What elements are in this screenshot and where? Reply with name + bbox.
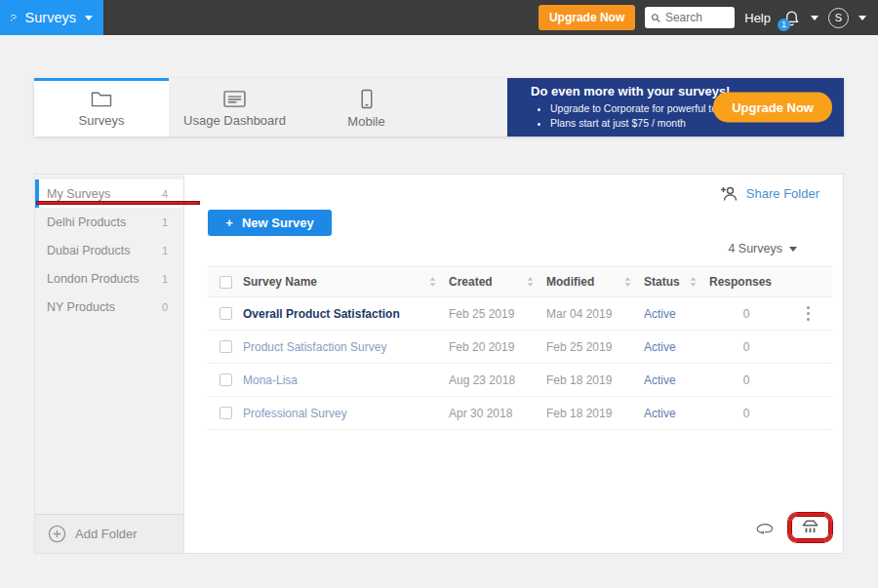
tabs-and-promo-row: Surveys Usage Dashboard Mobile Do even m… <box>34 78 844 137</box>
folder-label: London Products <box>47 272 140 286</box>
upgrade-now-button[interactable]: Upgrade Now <box>539 5 635 30</box>
sidebar-item-dubai-products[interactable]: Dubai Products 1 <box>35 236 183 264</box>
chevron-down-icon <box>85 16 93 20</box>
select-all-checkbox[interactable] <box>220 276 232 289</box>
survey-name-link[interactable]: Product Satisfaction Survey <box>243 340 449 354</box>
column-header-responses[interactable]: Responses <box>709 275 783 289</box>
share-folder-label: Share Folder <box>746 186 819 201</box>
sort-icon[interactable] <box>428 276 437 288</box>
column-header-survey-name[interactable]: Survey Name <box>243 275 449 289</box>
add-person-icon <box>720 185 738 201</box>
search-box[interactable] <box>645 7 735 28</box>
survey-name-link[interactable]: Mona-Lisa <box>243 373 449 387</box>
sort-icon[interactable] <box>526 276 535 288</box>
table-row: Mona-Lisa Aug 23 2018 Feb 18 2019 Active… <box>208 364 832 397</box>
share-folder-link[interactable]: Share Folder <box>720 185 819 201</box>
promo-text: Do even more with your surveys! Upgrade … <box>531 84 730 131</box>
row-actions-kebab-icon[interactable] <box>804 302 813 326</box>
notification-badge: 1 <box>778 19 790 31</box>
new-survey-button[interactable]: + New Survey <box>208 210 332 236</box>
table-header-row: Survey Name Created Modified Status <box>208 266 832 297</box>
table-row: Professional Survey Apr 30 2018 Feb 18 2… <box>208 397 832 430</box>
product-switcher[interactable]: Surveys <box>0 0 103 35</box>
status-cell[interactable]: Active <box>644 373 709 387</box>
chevron-down-icon <box>789 247 797 252</box>
created-cell: Aug 23 2018 <box>449 373 546 387</box>
sort-icon[interactable] <box>689 276 698 288</box>
created-cell: Feb 25 2019 <box>449 307 546 321</box>
promo-upgrade-button[interactable]: Upgrade Now <box>713 93 832 123</box>
notifications-chevron-down-icon[interactable] <box>811 16 818 20</box>
folder-count: 0 <box>162 301 168 313</box>
trash-icon[interactable] <box>800 519 820 536</box>
survey-name-link[interactable]: Professional Survey <box>243 407 449 420</box>
responses-cell: 0 <box>709 373 783 387</box>
table-row: Product Satisfaction Survey Feb 20 2019 … <box>208 331 832 364</box>
column-header-status[interactable]: Status <box>644 275 709 289</box>
folder-count: 4 <box>162 188 168 200</box>
mobile-icon <box>360 89 374 109</box>
responses-cell: 0 <box>709 340 783 354</box>
status-cell[interactable]: Active <box>644 307 709 321</box>
tab-usage-dashboard[interactable]: Usage Dashboard <box>169 78 300 137</box>
promo-bullet: Plans start at just $75 / month <box>550 116 730 131</box>
row-checkbox[interactable] <box>220 307 232 320</box>
tab-bar: Surveys Usage Dashboard Mobile <box>34 78 507 137</box>
sidebar-item-ny-products[interactable]: NY Products 0 <box>35 293 183 321</box>
tab-label: Surveys <box>79 113 125 128</box>
surveys-table: Survey Name Created Modified Status <box>208 266 832 430</box>
modified-cell: Feb 18 2019 <box>546 407 644 420</box>
avatar-initial: S <box>835 12 842 23</box>
folder-label: My Surveys <box>47 187 110 201</box>
trash-highlight-annotation <box>788 513 832 542</box>
plus-icon: + <box>225 216 233 230</box>
tab-label: Usage Dashboard <box>183 113 286 128</box>
account-chevron-down-icon[interactable] <box>858 16 866 20</box>
bulk-action-icons <box>755 513 832 542</box>
notifications-button[interactable]: 1 <box>782 9 801 27</box>
help-link[interactable]: Help <box>744 11 771 25</box>
folder-count: 1 <box>162 216 168 228</box>
avatar[interactable]: S <box>828 8 849 28</box>
tab-mobile[interactable]: Mobile <box>300 78 432 137</box>
product-menu-label: Surveys <box>25 10 76 25</box>
column-header-created[interactable]: Created <box>449 275 546 289</box>
modified-cell: Feb 25 2019 <box>546 340 644 354</box>
app-window: Surveys Upgrade Now Help 1 S <box>0 0 878 588</box>
modified-cell: Mar 04 2019 <box>546 307 644 321</box>
folder-label: Dubai Products <box>47 244 130 257</box>
survey-name-link[interactable]: Overall Product Satisfaction <box>243 307 449 321</box>
table-row: Overall Product Satisfaction Feb 25 2019… <box>208 297 832 331</box>
responses-cell: 0 <box>709 307 783 321</box>
surveys-panel: My Surveys 4 Delhi Products 1 Dubai Prod… <box>34 174 844 554</box>
column-header-modified[interactable]: Modified <box>546 275 644 289</box>
promo-bullet: Upgrade to Corporate for powerful tools <box>550 101 730 116</box>
tab-surveys[interactable]: Surveys <box>34 78 169 137</box>
search-input[interactable] <box>665 11 729 24</box>
add-folder-button[interactable]: Add Folder <box>35 514 183 553</box>
tab-label: Mobile <box>347 114 384 129</box>
new-survey-label: New Survey <box>242 216 314 230</box>
row-checkbox[interactable] <box>220 373 232 386</box>
status-cell[interactable]: Active <box>644 407 709 420</box>
modified-cell: Feb 18 2019 <box>546 373 644 387</box>
sidebar-item-london-products[interactable]: London Products 1 <box>35 264 183 293</box>
topbar-actions: Upgrade Now Help 1 S <box>539 0 878 35</box>
folder-label: Delhi Products <box>47 216 126 229</box>
restore-loop-icon[interactable] <box>755 520 776 536</box>
add-folder-label: Add Folder <box>75 527 138 541</box>
surveys-count-label: 4 Surveys <box>728 242 782 255</box>
top-navigation-bar: Surveys Upgrade Now Help 1 S <box>0 0 878 35</box>
sort-icon[interactable] <box>623 276 632 288</box>
row-checkbox[interactable] <box>220 407 232 419</box>
status-cell[interactable]: Active <box>644 340 709 354</box>
responses-cell: 0 <box>709 407 783 420</box>
sidebar-item-delhi-products[interactable]: Delhi Products 1 <box>35 208 183 236</box>
created-cell: Feb 20 2019 <box>449 340 546 354</box>
plus-circle-icon <box>48 525 66 543</box>
folder-label: NY Products <box>47 300 115 314</box>
row-checkbox[interactable] <box>220 340 232 353</box>
promo-banner: Do even more with your surveys! Upgrade … <box>507 78 844 137</box>
surveys-count-dropdown[interactable]: 4 Surveys <box>728 242 797 255</box>
created-cell: Apr 30 2018 <box>449 407 546 420</box>
